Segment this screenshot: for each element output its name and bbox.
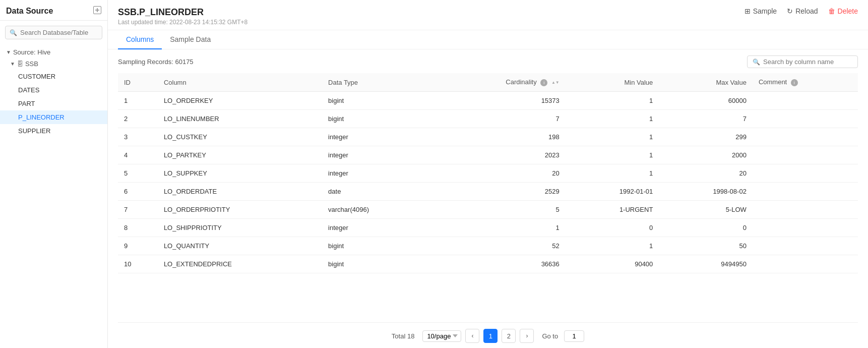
- cell-id: 9: [118, 237, 158, 255]
- table-row: 2 LO_LINENUMBER bigint 7 1 7: [118, 110, 858, 128]
- cell-comment: [753, 128, 858, 146]
- cell-id: 2: [118, 110, 158, 128]
- cell-datatype: bigint: [322, 92, 430, 110]
- cell-cardinality: 2529: [430, 183, 566, 201]
- col-header-minvalue: Min Value: [566, 73, 659, 92]
- sample-icon: ⊞: [745, 7, 751, 15]
- pagination: Total 18 10/page 20/page 50/page ‹ 1 2 ›…: [118, 322, 858, 348]
- source-arrow: ▼: [6, 49, 11, 55]
- page-2-button[interactable]: 2: [502, 329, 516, 343]
- sidebar-item-supplier[interactable]: SUPPLIER: [0, 124, 107, 138]
- sidebar-header: Data Source: [0, 0, 107, 21]
- cell-maxvalue: 20: [659, 164, 753, 183]
- table-row: 10 LO_EXTENDEDPRICE bigint 36636 90400 9…: [118, 255, 858, 273]
- table-row: 4 LO_PARTKEY integer 2023 1 2000: [118, 146, 858, 164]
- cell-comment: [753, 110, 858, 128]
- sidebar-search-container: 🔍: [5, 26, 102, 39]
- cell-maxvalue: 2000: [659, 146, 753, 164]
- main-header: SSB.P_LINEORDER Last updated time: 2022-…: [108, 0, 868, 30]
- sidebar-tree: ▼ Source: Hive ▼ 🗄 SSB CUSTOMER DATES PA…: [0, 44, 107, 348]
- cell-column: LO_ORDERPRIOTITY: [158, 201, 322, 219]
- cardinality-sort-icons[interactable]: ▲▼: [551, 81, 560, 85]
- sidebar-item-dates[interactable]: DATES: [0, 83, 107, 97]
- column-search-icon: 🔍: [753, 59, 760, 66]
- table-container: ID Column Data Type Cardinality i ▲▼ Min…: [118, 73, 858, 322]
- table-row: 5 LO_SUPPKEY integer 20 1 20: [118, 164, 858, 183]
- page-1-button[interactable]: 1: [483, 329, 498, 343]
- cardinality-info-icon[interactable]: i: [540, 79, 547, 86]
- reload-icon: ↻: [787, 7, 793, 15]
- cell-column: LO_ORDERDATE: [158, 183, 322, 201]
- tab-columns[interactable]: Columns: [118, 30, 162, 49]
- cell-cardinality: 15373: [430, 92, 566, 110]
- cell-datatype: date: [322, 183, 430, 201]
- cell-id: 6: [118, 183, 158, 201]
- sidebar-item-customer[interactable]: CUSTOMER: [0, 70, 107, 83]
- cell-column: LO_EXTENDEDPRICE: [158, 255, 322, 273]
- sidebar-item-part[interactable]: PART: [0, 97, 107, 110]
- cell-column: LO_ORDERKEY: [158, 92, 322, 110]
- column-search-input[interactable]: [763, 58, 852, 66]
- next-page-button[interactable]: ›: [520, 329, 534, 343]
- table-header-row: ID Column Data Type Cardinality i ▲▼ Min…: [118, 73, 858, 92]
- source-label: Source: Hive: [13, 48, 50, 56]
- cell-datatype: integer: [322, 128, 430, 146]
- cell-minvalue: 1: [566, 164, 659, 183]
- content-area: Sampling Records: 60175 🔍 ID Column Data…: [108, 49, 868, 348]
- sidebar-search-input[interactable]: [20, 29, 98, 36]
- table-title-area: SSB.P_LINEORDER Last updated time: 2022-…: [118, 7, 247, 26]
- cell-cardinality: 1: [430, 219, 566, 237]
- cell-maxvalue: 1998-08-02: [659, 183, 753, 201]
- cell-column: LO_SHIPPRIOTITY: [158, 219, 322, 237]
- sidebar-title: Data Source: [6, 7, 53, 16]
- sample-button[interactable]: ⊞ Sample: [745, 7, 777, 15]
- cell-maxvalue: 5-LOW: [659, 201, 753, 219]
- cell-column: LO_PARTKEY: [158, 146, 322, 164]
- cell-maxvalue: 60000: [659, 92, 753, 110]
- total-records: Total 18: [392, 332, 415, 340]
- cell-cardinality: 2023: [430, 146, 566, 164]
- cell-id: 3: [118, 128, 158, 146]
- page-size-select[interactable]: 10/page 20/page 50/page: [422, 330, 461, 342]
- cell-datatype: varchar(4096): [322, 201, 430, 219]
- delete-button[interactable]: 🗑 Delete: [828, 7, 858, 15]
- cell-comment: [753, 201, 858, 219]
- db-name: SSB: [25, 60, 38, 68]
- cell-comment: [753, 237, 858, 255]
- cell-cardinality: 198: [430, 128, 566, 146]
- cell-minvalue: 1: [566, 128, 659, 146]
- cell-column: LO_SUPPKEY: [158, 164, 322, 183]
- cell-minvalue: 1: [566, 110, 659, 128]
- cell-cardinality: 52: [430, 237, 566, 255]
- delete-icon: 🗑: [828, 7, 835, 15]
- cell-maxvalue: 7: [659, 110, 753, 128]
- delete-label: Delete: [838, 7, 858, 15]
- tab-sample-data[interactable]: Sample Data: [162, 30, 219, 49]
- column-search-container: 🔍: [747, 55, 858, 68]
- columns-table: ID Column Data Type Cardinality i ▲▼ Min…: [118, 73, 858, 273]
- sample-label: Sample: [753, 7, 777, 15]
- sampling-records: Sampling Records: 60175: [118, 58, 194, 66]
- cell-cardinality: 7: [430, 110, 566, 128]
- prev-page-button[interactable]: ‹: [465, 329, 479, 343]
- reload-button[interactable]: ↻ Reload: [787, 7, 818, 15]
- goto-input[interactable]: [564, 330, 584, 342]
- cell-minvalue: 1992-01-01: [566, 183, 659, 201]
- cell-datatype: bigint: [322, 110, 430, 128]
- cell-minvalue: 90400: [566, 255, 659, 273]
- comment-info-icon[interactable]: i: [791, 79, 798, 86]
- table-title: SSB.P_LINEORDER: [118, 7, 247, 18]
- sidebar-add-icon[interactable]: [93, 6, 101, 16]
- table-row: 6 LO_ORDERDATE date 2529 1992-01-01 1998…: [118, 183, 858, 201]
- col-header-id: ID: [118, 73, 158, 92]
- tree-source: ▼ Source: Hive: [0, 46, 107, 58]
- col-header-datatype: Data Type: [322, 73, 430, 92]
- main-content: SSB.P_LINEORDER Last updated time: 2022-…: [108, 0, 868, 348]
- cell-cardinality: 36636: [430, 255, 566, 273]
- sidebar-item-p-lineorder[interactable]: P_LINEORDER: [0, 110, 107, 124]
- reload-label: Reload: [795, 7, 818, 15]
- table-body: 1 LO_ORDERKEY bigint 15373 1 60000 2 LO_…: [118, 92, 858, 273]
- cell-column: LO_CUSTKEY: [158, 128, 322, 146]
- cell-comment: [753, 183, 858, 201]
- cell-minvalue: 1: [566, 92, 659, 110]
